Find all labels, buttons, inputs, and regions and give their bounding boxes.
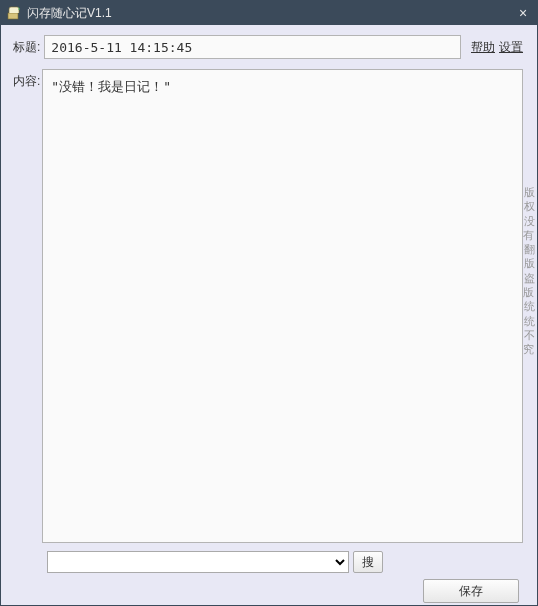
search-select[interactable] <box>47 551 349 573</box>
search-button[interactable]: 搜 <box>353 551 383 573</box>
title-label: 标题: <box>13 39 40 56</box>
search-row: 搜 <box>47 551 523 573</box>
close-button[interactable]: × <box>509 1 537 25</box>
svg-rect-0 <box>8 13 18 19</box>
window-title: 闪存随心记V1.1 <box>27 5 509 22</box>
app-icon <box>7 6 21 20</box>
content-area: 标题: 帮助 设置 内容: 搜 保存 版权没有．翻版盗版．统统不究． <box>1 25 537 606</box>
save-button[interactable]: 保存 <box>423 579 519 603</box>
body-row: 内容: <box>13 69 523 543</box>
title-input[interactable] <box>44 35 461 59</box>
copyright-note: 版权没有．翻版盗版．统统不究． <box>523 185 535 357</box>
title-row: 标题: 帮助 设置 <box>13 35 523 59</box>
window: 闪存随心记V1.1 × 标题: 帮助 设置 内容: 搜 保存 版权没有．翻版盗版… <box>0 0 538 606</box>
body-textarea[interactable] <box>42 69 523 543</box>
help-link[interactable]: 帮助 <box>471 39 495 56</box>
link-group: 帮助 设置 <box>471 39 523 56</box>
save-row: 保存 <box>13 579 523 603</box>
titlebar[interactable]: 闪存随心记V1.1 × <box>1 1 537 25</box>
body-label: 内容: <box>13 69 40 90</box>
settings-link[interactable]: 设置 <box>499 39 523 56</box>
